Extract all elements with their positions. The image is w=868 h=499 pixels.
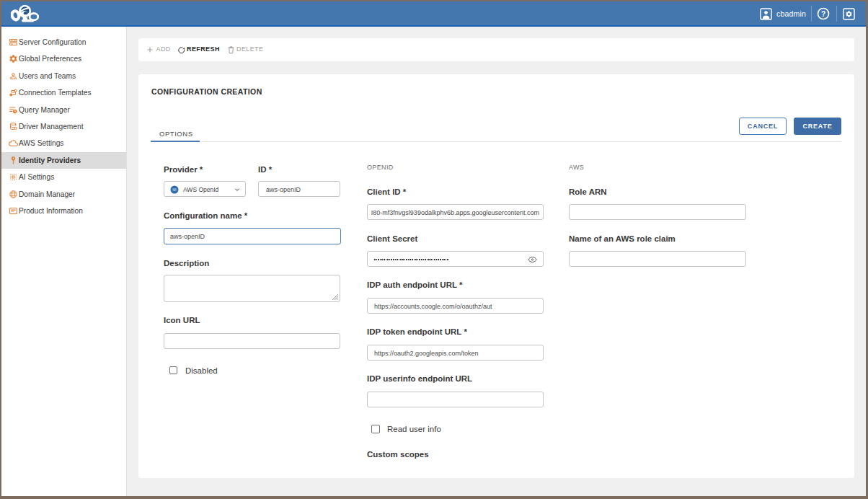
svg-text:?: ? <box>821 10 825 18</box>
